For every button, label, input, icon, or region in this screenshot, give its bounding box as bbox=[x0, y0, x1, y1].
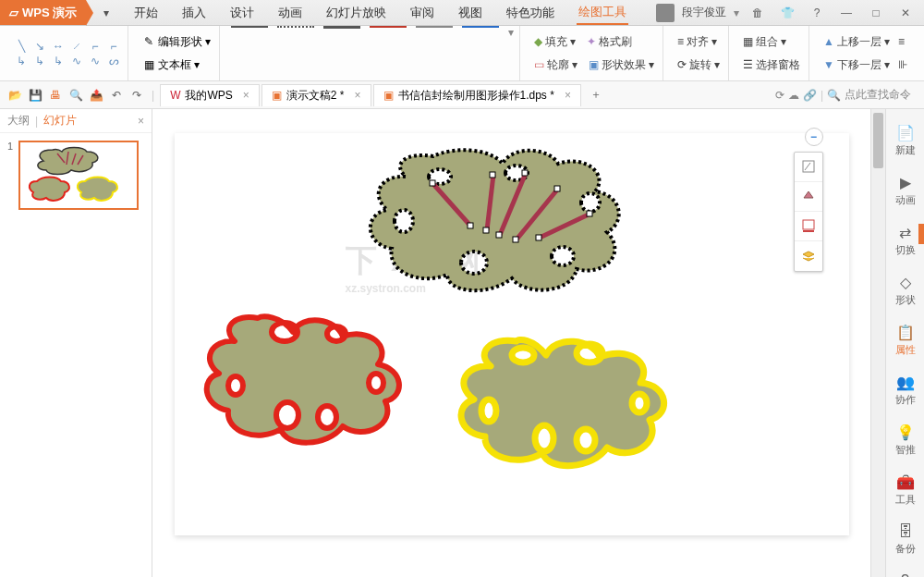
tab-start[interactable]: 开始 bbox=[132, 0, 160, 25]
svg-rect-19 bbox=[803, 161, 814, 172]
shape-connector1-icon[interactable]: ⌐ bbox=[87, 40, 103, 53]
shape-line-icon[interactable]: ╲ bbox=[13, 40, 30, 53]
close-btn[interactable]: ✕ bbox=[894, 4, 917, 22]
preview-icon[interactable]: 🔍 bbox=[67, 86, 85, 104]
icon-btn-2[interactable]: 👕 bbox=[776, 4, 798, 22]
rotate-btn[interactable]: ⟳旋转▾ bbox=[675, 55, 723, 75]
sync-icon[interactable]: ⟳ bbox=[775, 89, 784, 102]
command-search[interactable]: ⟳ ☁ 🔗 | 🔍 点此查找命令 bbox=[775, 87, 918, 103]
svg-rect-18 bbox=[536, 235, 541, 240]
export-icon[interactable]: 📤 bbox=[87, 86, 105, 104]
float-fill-btn[interactable] bbox=[795, 182, 822, 212]
shapes-gallery: ╲ ↘ ↔ ⟋ ⌐ ⌐ ↳ ↳ ↳ ∿ ∿ ᔕ bbox=[7, 26, 128, 80]
doc-tab-mywps[interactable]: W我的WPS× bbox=[160, 84, 260, 106]
float-edit-btn[interactable] bbox=[795, 153, 822, 182]
app-logo: ▱WPS 演示 bbox=[0, 0, 86, 25]
maximize-btn[interactable]: □ bbox=[865, 4, 887, 22]
sidebar-props[interactable]: 📋属性 bbox=[886, 318, 924, 362]
doc-tab-presentation[interactable]: ▣演示文稿2 *× bbox=[261, 84, 371, 106]
sidebar-ai[interactable]: 💡智推 bbox=[886, 418, 924, 462]
sidebar-backup[interactable]: 🗄备份 bbox=[886, 518, 924, 561]
edit-shape-btn[interactable]: ✎编辑形状▾ bbox=[140, 32, 213, 52]
move-down-btn[interactable]: ▼下移一层▾ bbox=[821, 55, 893, 75]
close-panel-icon[interactable]: × bbox=[138, 115, 144, 128]
sidebar-anim[interactable]: ▶动画 bbox=[886, 168, 924, 213]
shape-effect-btn[interactable]: ▣形状效果▾ bbox=[586, 55, 657, 75]
align-btn[interactable]: ≡对齐▾ bbox=[675, 32, 720, 52]
shape-elbow3-icon[interactable]: ↳ bbox=[50, 55, 67, 68]
shape-arrow-icon[interactable]: ↘ bbox=[31, 40, 48, 53]
sidebar-new[interactable]: 📄新建 bbox=[886, 118, 924, 163]
selected-shape[interactable] bbox=[341, 138, 637, 309]
tab-insert[interactable]: 插入 bbox=[180, 0, 208, 25]
tab-design[interactable]: 设计 bbox=[228, 0, 256, 25]
float-outline-btn[interactable] bbox=[795, 212, 822, 241]
shape-curve2-icon[interactable]: ∿ bbox=[68, 55, 85, 68]
line-style-gray[interactable] bbox=[416, 26, 453, 28]
select-pane-btn[interactable]: ☰选择窗格 bbox=[740, 55, 803, 75]
line-style-thick[interactable] bbox=[323, 26, 360, 29]
svg-rect-16 bbox=[513, 237, 518, 242]
qat-dropdown-icon[interactable]: ▾ bbox=[99, 6, 114, 20]
close-icon[interactable]: × bbox=[355, 89, 361, 102]
line-style-blue[interactable] bbox=[462, 26, 499, 28]
print-icon[interactable]: 🖶 bbox=[46, 86, 65, 104]
slide-thumb-1[interactable]: 1 bbox=[7, 141, 144, 210]
collapse-float-toolbar-btn[interactable]: − bbox=[805, 128, 823, 146]
tab-features[interactable]: 特色功能 bbox=[505, 0, 556, 25]
outline-btn[interactable]: ▭轮廓▾ bbox=[531, 55, 580, 75]
yellow-shape[interactable] bbox=[433, 318, 683, 475]
distribute-icon[interactable]: ⊪ bbox=[898, 58, 907, 71]
slides-tab[interactable]: 幻灯片 bbox=[43, 113, 77, 129]
tab-view[interactable]: 视图 bbox=[456, 0, 484, 25]
minimize-btn[interactable]: — bbox=[835, 4, 857, 22]
format-painter-btn[interactable]: ✦格式刷 bbox=[584, 32, 635, 52]
tab-review[interactable]: 审阅 bbox=[408, 0, 436, 25]
tab-drawing-tools[interactable]: 绘图工具 bbox=[577, 0, 628, 25]
sidebar-tools[interactable]: 🧰工具 bbox=[886, 468, 924, 512]
shape-elbow1-icon[interactable]: ↳ bbox=[13, 55, 30, 68]
shape-curve3-icon[interactable]: ∿ bbox=[87, 55, 103, 68]
save-icon[interactable]: 💾 bbox=[26, 86, 44, 104]
undo-icon[interactable]: ↶ bbox=[107, 86, 126, 104]
vertical-scrollbar[interactable] bbox=[870, 109, 885, 577]
link-icon[interactable]: 🔗 bbox=[803, 89, 817, 102]
icon-btn-1[interactable]: 🗑 bbox=[747, 4, 769, 22]
icon-btn-3[interactable]: ? bbox=[806, 4, 828, 22]
shape-double-arrow-icon[interactable]: ↔ bbox=[50, 40, 67, 53]
toolbox-icon: 🧰 bbox=[896, 473, 915, 491]
fill-btn[interactable]: ◆填充▾ bbox=[531, 32, 578, 52]
close-icon[interactable]: × bbox=[243, 89, 249, 102]
open-icon[interactable]: 📂 bbox=[6, 86, 24, 104]
cloud-icon[interactable]: ☁ bbox=[788, 89, 799, 102]
doc-tab-letter[interactable]: ▣书信信封绘制用图形操作1.dps *× bbox=[373, 84, 581, 106]
add-tab-btn[interactable]: ＋ bbox=[587, 86, 605, 104]
move-up-btn[interactable]: ▲上移一层▾ bbox=[821, 32, 893, 52]
line-style-more-icon[interactable]: ▾ bbox=[508, 26, 514, 80]
right-sidebar: 📄新建 ▶动画 ⇄切换 ◇形状 📋属性 👥协作 💡智推 🧰工具 🗄备份 ?帮助 bbox=[885, 109, 924, 577]
shape-connector2-icon[interactable]: ⌐ bbox=[105, 40, 122, 53]
more-layer-icon[interactable]: ≡ bbox=[898, 35, 905, 48]
line-style-solid[interactable] bbox=[231, 26, 268, 28]
sidebar-shape[interactable]: ◇形状 bbox=[886, 268, 924, 313]
line-style-red[interactable] bbox=[370, 26, 407, 28]
shape-curve1-icon[interactable]: ⟋ bbox=[68, 40, 85, 53]
tab-animation[interactable]: 动画 bbox=[276, 0, 304, 25]
line-style-dotted[interactable] bbox=[277, 26, 314, 28]
sidebar-help[interactable]: ?帮助 bbox=[886, 567, 924, 577]
shape-scribble-icon[interactable]: ᔕ bbox=[105, 55, 122, 68]
shape-elbow2-icon[interactable]: ↳ bbox=[31, 55, 48, 68]
tab-slideshow[interactable]: 幻灯片放映 bbox=[324, 0, 388, 25]
float-layers-btn[interactable] bbox=[795, 241, 822, 271]
close-icon[interactable]: × bbox=[565, 89, 571, 102]
outline-tab[interactable]: 大纲 bbox=[7, 113, 30, 129]
red-shape[interactable] bbox=[184, 295, 415, 452]
textbox-btn[interactable]: ▦文本框▾ bbox=[140, 55, 213, 75]
redo-icon[interactable]: ↷ bbox=[128, 86, 146, 104]
combine-btn[interactable]: ▦组合▾ bbox=[740, 32, 789, 52]
sidebar-collab[interactable]: 👥协作 bbox=[886, 368, 924, 412]
slide-canvas[interactable]: 下 X I 网 xz.systron.com bbox=[175, 133, 849, 535]
slide-thumbnail[interactable] bbox=[18, 141, 139, 210]
user-avatar[interactable] bbox=[656, 4, 675, 22]
scrollbar-thumb[interactable] bbox=[873, 113, 883, 168]
